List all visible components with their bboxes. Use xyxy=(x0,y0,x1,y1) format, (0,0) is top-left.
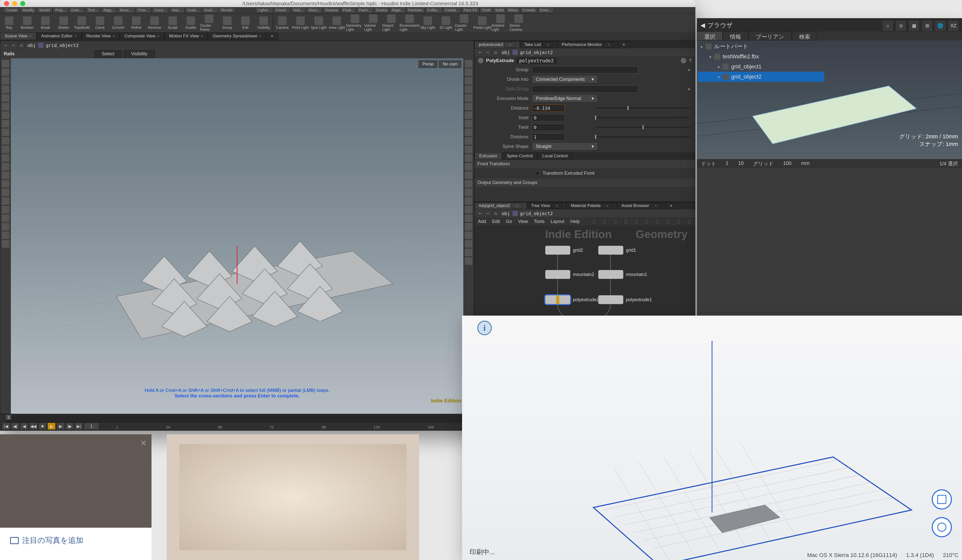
splitgroup-field[interactable] xyxy=(532,86,638,93)
spineshape-dropdown[interactable]: Straight▾ xyxy=(532,142,598,150)
tab-extrusion[interactable]: Extrusion xyxy=(475,152,502,160)
pane-tab[interactable]: + xyxy=(266,32,278,40)
shelf-tool-gi-light[interactable]: GI Light xyxy=(437,13,455,32)
vp-tool-icon[interactable] xyxy=(2,129,9,136)
view-button[interactable]: ⌂ xyxy=(882,20,893,31)
pane-tab[interactable]: Animation Editor× xyxy=(36,32,82,40)
close-icon[interactable] xyxy=(4,1,9,6)
vp-display-icon[interactable] xyxy=(465,189,473,196)
vp-tool-icon[interactable] xyxy=(2,111,9,119)
vp-tool-icon[interactable] xyxy=(2,240,9,248)
vp-tool-icon[interactable] xyxy=(2,171,9,179)
divisions-slider[interactable] xyxy=(595,136,690,137)
distance-slider[interactable] xyxy=(595,108,690,108)
shelf-tool-group[interactable]: Group xyxy=(218,13,236,32)
tab-spine[interactable]: Spine Control xyxy=(502,152,537,160)
distance-field[interactable] xyxy=(532,105,565,112)
view-mode-button[interactable] xyxy=(932,489,952,510)
shelf-tab[interactable]: Fluid... xyxy=(341,7,356,13)
pane-tab[interactable]: Take List× xyxy=(520,41,557,48)
play-icon[interactable]: ▶ xyxy=(47,423,56,430)
vp-tool-icon[interactable] xyxy=(2,137,9,145)
path-part[interactable]: grid_object2 xyxy=(46,43,79,48)
vp-display-icon[interactable] xyxy=(465,137,473,145)
vp-display-icon[interactable] xyxy=(465,68,473,76)
net-toolbar-icon[interactable] xyxy=(645,218,649,225)
caret-icon[interactable]: ▸ xyxy=(718,74,720,79)
net-toolbar-icon[interactable] xyxy=(592,218,596,225)
vp-display-icon[interactable] xyxy=(465,60,473,68)
vp-display-icon[interactable] xyxy=(465,232,473,239)
fb-image[interactable] xyxy=(0,434,152,528)
prev-key-icon[interactable]: ◀| xyxy=(11,423,19,430)
gear-icon[interactable] xyxy=(478,58,484,63)
shelf-tool-point-light[interactable]: Point Light xyxy=(291,13,310,32)
vp-display-icon[interactable] xyxy=(465,223,473,231)
shelf-tool-shatter[interactable]: Shatter xyxy=(55,13,73,32)
shelf-tool-spot-light[interactable]: Spot Light xyxy=(310,13,328,32)
shelf-tool-stereo-camera[interactable]: Stereo Camera xyxy=(510,13,528,32)
shelf-tab[interactable]: Hair... xyxy=(169,7,184,13)
shelf-tool-convert[interactable]: Convert xyxy=(109,13,127,32)
pane-tab[interactable]: Composite View× xyxy=(120,32,165,40)
net-toolbar-icon[interactable] xyxy=(634,218,639,225)
close-icon[interactable]: × xyxy=(604,42,614,48)
path-part[interactable]: grid_object2 xyxy=(520,211,553,216)
net-toolbar-icon[interactable] xyxy=(687,218,692,225)
node-mountain1[interactable]: mountain1 xyxy=(598,270,647,279)
inset-field[interactable] xyxy=(532,114,565,121)
shelf-tool-sky-light[interactable]: Sky Light xyxy=(419,13,437,32)
menu-item[interactable]: Layout xyxy=(551,219,564,224)
view-button[interactable]: XZ xyxy=(948,20,959,31)
shelf-tab[interactable]: Drive... xyxy=(537,7,554,13)
pane-tab[interactable]: Tree View× xyxy=(527,202,567,209)
first-frame-icon[interactable]: |◀ xyxy=(2,423,10,430)
visibility-button[interactable]: Visibility xyxy=(124,50,155,58)
node-polyextrude2[interactable]: polyextrude2 xyxy=(545,295,599,304)
shelf-tool-distant-light[interactable]: Distant Light xyxy=(382,13,400,32)
vp-tool-icon[interactable] xyxy=(2,146,9,153)
transform-extruded-front[interactable]: Transform Extruded Front xyxy=(475,168,695,179)
shelf-tab[interactable]: Collisi... xyxy=(425,7,443,13)
pane-tab[interactable]: Performance Monitor× xyxy=(557,41,618,48)
vp-display-icon[interactable] xyxy=(465,103,473,110)
close-icon[interactable]: × xyxy=(552,203,562,209)
shelf-tab[interactable]: Lights... xyxy=(255,7,273,13)
shelf-tool-sculpt[interactable]: Sculpt xyxy=(164,13,182,32)
last-frame-icon[interactable]: ▶| xyxy=(75,423,83,430)
menu-item[interactable]: Edit xyxy=(492,219,500,224)
shelf-tab[interactable]: Rigg... xyxy=(101,7,117,13)
close-icon[interactable]: × xyxy=(505,42,515,48)
shelf-tool-boolean[interactable]: Boolean xyxy=(18,13,36,32)
shelf-tab[interactable]: Cloud... xyxy=(273,7,291,13)
vp-tool-icon[interactable] xyxy=(2,163,9,170)
shelf-tool-refine[interactable]: Refine xyxy=(127,13,145,32)
shelf-tab[interactable]: Create xyxy=(3,7,20,13)
shelf-tool-reverse[interactable]: Reverse xyxy=(145,13,164,32)
menu-item[interactable]: View xyxy=(518,219,528,224)
shelf-tab[interactable]: Poly... xyxy=(53,7,68,13)
viewport-canvas[interactable] xyxy=(11,58,463,414)
info-icon[interactable]: i xyxy=(477,321,492,335)
step-fwd-icon[interactable]: ▶ xyxy=(56,423,65,430)
vp-display-icon[interactable] xyxy=(465,94,473,102)
close-icon[interactable]: × xyxy=(157,34,159,38)
shelf-tab[interactable]: Rigid... xyxy=(389,7,406,13)
shelf-tool-cluster-points[interactable]: Cluster Points xyxy=(200,13,218,32)
shelf-tool-ray[interactable]: Ray xyxy=(0,13,18,32)
path-part[interactable]: grid_object2 xyxy=(520,50,553,55)
shelf-tool-ambient-light[interactable]: Ambient Light xyxy=(491,13,510,32)
path-part[interactable]: obj xyxy=(502,211,510,216)
vp-tool-icon[interactable] xyxy=(2,68,9,76)
path-part[interactable]: obj xyxy=(502,50,510,55)
twist-field[interactable] xyxy=(532,124,565,131)
gear-icon[interactable] xyxy=(681,58,686,63)
shelf-tool-break[interactable]: Break xyxy=(36,13,55,32)
close-icon[interactable]: × xyxy=(542,42,553,48)
next-key-icon[interactable]: |▶ xyxy=(66,423,74,430)
scene-path-bar[interactable]: ←→ ⌂ obj grid_object2 xyxy=(0,41,474,49)
close-icon[interactable]: × xyxy=(650,203,661,209)
shelf-tab[interactable]: Guid... xyxy=(184,7,201,13)
add-featured-photo[interactable]: 注目の写真を追加 xyxy=(0,528,152,553)
twist-slider[interactable] xyxy=(595,127,690,128)
